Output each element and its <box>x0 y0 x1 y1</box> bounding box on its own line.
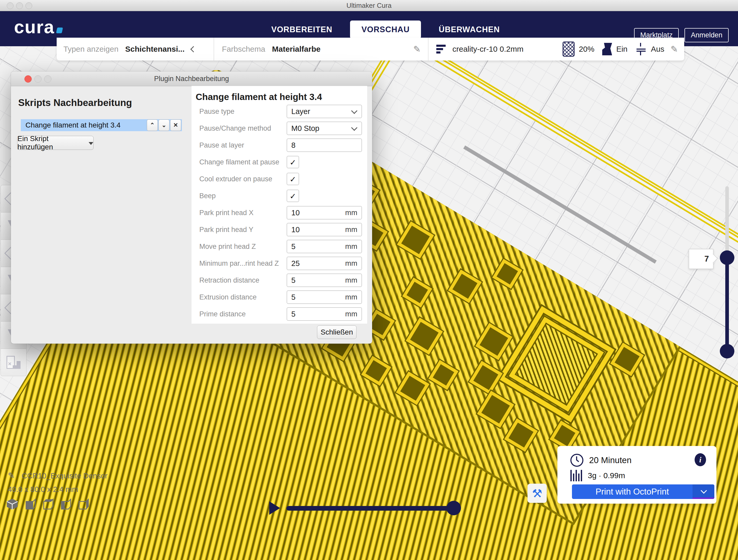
park-print-head-y-input[interactable]: 10mm <box>287 223 362 236</box>
script-settings-panel: Change filament at height 3.4 Pause type… <box>192 86 367 324</box>
dialog-titlebar[interactable]: Plugin Nachbearbeitung <box>11 71 372 86</box>
path-slider-track[interactable] <box>286 506 454 511</box>
tab-überwachen[interactable]: ÜBERWACHEN <box>427 21 511 39</box>
qr-module <box>469 361 502 394</box>
field-label: Park print head Y <box>196 226 287 234</box>
cura-logo-dot <box>56 28 63 33</box>
infill-icon <box>563 42 575 57</box>
edit-pencil-icon[interactable]: ✎ <box>413 44 421 54</box>
layer-slider-range[interactable] <box>725 258 729 351</box>
extrusion-distance-input[interactable]: 5mm <box>287 291 362 304</box>
view-type-value: Schichtenansi... <box>125 45 184 53</box>
qr-module <box>504 419 537 452</box>
minimum-par-rint-head-z-input[interactable]: 25mm <box>287 256 362 270</box>
field-label: Change filament at pause <box>196 158 287 166</box>
info-icon[interactable]: i <box>695 453 706 466</box>
tools-button[interactable]: ⚒ <box>527 484 547 503</box>
dialog-title: Plugin Nachbearbeitung <box>11 71 372 86</box>
tab-vorbereiten[interactable]: VORBEREITEN <box>260 21 344 39</box>
material-usage: 3g · 0.99m <box>588 471 625 480</box>
path-slider-handle[interactable] <box>446 501 461 515</box>
move-script-down-button[interactable]: ⌄ <box>158 119 169 131</box>
view-left-icon <box>59 498 71 510</box>
infill-value: 20% <box>579 45 594 53</box>
play-button[interactable] <box>269 501 280 515</box>
printer-profile: creality-cr-10 0.2mm <box>452 45 523 53</box>
view-3d-button[interactable] <box>6 498 18 510</box>
print-settings-summary[interactable]: creality-cr-10 0.2mm 20% Ein Aus ✎ <box>429 38 684 60</box>
field-label: Retraction distance <box>196 276 287 285</box>
model-dimensions: 40.0 x 80.0 x 2.4 mm <box>8 485 78 494</box>
macos-titlebar: Ultimaker Cura <box>0 0 738 11</box>
field-row-beep: Beep✓ <box>196 189 362 202</box>
qr-module <box>492 259 522 289</box>
adhesion-value: Aus <box>651 45 665 53</box>
tab-vorschau[interactable]: VORSCHAU <box>350 21 421 39</box>
field-row-prime-distance: Prime distance5mm <box>196 307 362 321</box>
view-front-button[interactable] <box>24 498 36 510</box>
dropdown-triangle-icon <box>89 142 93 145</box>
qr-module <box>428 360 458 390</box>
move-print-head-z-input[interactable]: 5mm <box>287 240 362 253</box>
field-label: Park print head X <box>196 209 287 217</box>
field-label: Pause/Change method <box>196 124 287 132</box>
close-dialog-button[interactable]: Schließen <box>317 326 357 339</box>
qr-module <box>477 391 514 428</box>
field-row-pause-at-layer: Pause at layer8 <box>196 138 362 152</box>
script-name: Change filament at height 3.4 <box>21 121 147 129</box>
add-script-dropdown[interactable]: Ein Skript hinzufügen <box>17 136 93 150</box>
layer-slider-track[interactable] <box>725 186 729 258</box>
field-row-retraction-distance: Retraction distance5mm <box>196 273 362 287</box>
view-front-icon <box>24 498 36 510</box>
add-script-label: Ein Skript hinzufügen <box>17 134 86 151</box>
layer-slider-upper-handle[interactable] <box>720 250 734 265</box>
qr-module <box>448 269 482 303</box>
move-script-up-button[interactable]: ⌃ <box>147 119 158 131</box>
park-print-head-x-input[interactable]: 10mm <box>287 206 362 219</box>
wrench-hammer-icon: ⚒ <box>532 487 542 500</box>
script-list-item-selected[interactable]: Change filament at height 3.4 ⌃ ⌄ ✕ <box>21 119 182 131</box>
qr-module <box>361 356 391 386</box>
layer-height-icon <box>436 45 446 53</box>
filament-icon <box>571 470 582 481</box>
support-blocker-tool-button[interactable]: × <box>1 349 26 376</box>
pause-type-select[interactable]: Layer <box>287 105 362 118</box>
qr-module <box>397 221 434 258</box>
qr-finder-inner <box>509 317 604 412</box>
qr-module <box>396 372 429 405</box>
view-right-button[interactable] <box>77 498 89 510</box>
view-top-button[interactable] <box>42 498 53 510</box>
view-orientation-buttons <box>6 498 89 510</box>
cool-extruder-on-pause-checkbox[interactable]: ✓ <box>287 173 299 185</box>
edit-settings-pencil-icon[interactable]: ✎ <box>671 44 678 54</box>
retraction-distance-input[interactable]: 5mm <box>287 273 362 287</box>
remove-script-button[interactable]: ✕ <box>170 119 181 131</box>
qr-finder-square <box>498 306 614 422</box>
model-name: CCR10_Exquisite Densor <box>22 472 107 480</box>
field-label: Move print head Z <box>196 242 287 251</box>
collapse-chevron-icon[interactable] <box>191 46 197 52</box>
beep-checkbox[interactable]: ✓ <box>287 189 299 202</box>
prime-distance-input[interactable]: 5mm <box>287 307 362 321</box>
layer-indicator-flag: 7 <box>689 249 714 269</box>
rename-pencil-icon[interactable]: ✎ <box>8 471 15 480</box>
field-label: Pause at layer <box>196 141 287 149</box>
sign-in-button[interactable]: Anmelden <box>685 28 729 42</box>
chevron-down-icon <box>701 488 707 494</box>
change-filament-at-pause-checkbox[interactable]: ✓ <box>287 156 299 168</box>
print-options-dropdown[interactable] <box>693 484 714 499</box>
pause-at-layer-input[interactable]: 8 <box>287 138 362 152</box>
color-scheme-selector[interactable]: Farbschema Materialfarbe ✎ <box>215 38 427 60</box>
pause-change-method-select[interactable]: M0 Stop <box>287 121 362 135</box>
view-right-icon <box>77 498 89 510</box>
script-settings-heading: Change filament at height 3.4 <box>196 92 367 102</box>
toolbar-divider <box>428 38 428 60</box>
view-type-selector[interactable]: Typen anzeigen Schichtenansi... <box>57 38 213 60</box>
view-left-button[interactable] <box>59 498 71 510</box>
cura-logo: cura <box>14 17 62 37</box>
clock-icon <box>571 454 584 467</box>
print-with-octoprint-button[interactable]: Print with OctoPrint <box>572 484 714 499</box>
scripts-heading: Skripts Nachbearbeitung <box>18 97 132 108</box>
field-label: Beep <box>196 192 287 200</box>
layer-slider-lower-handle[interactable] <box>720 344 734 359</box>
